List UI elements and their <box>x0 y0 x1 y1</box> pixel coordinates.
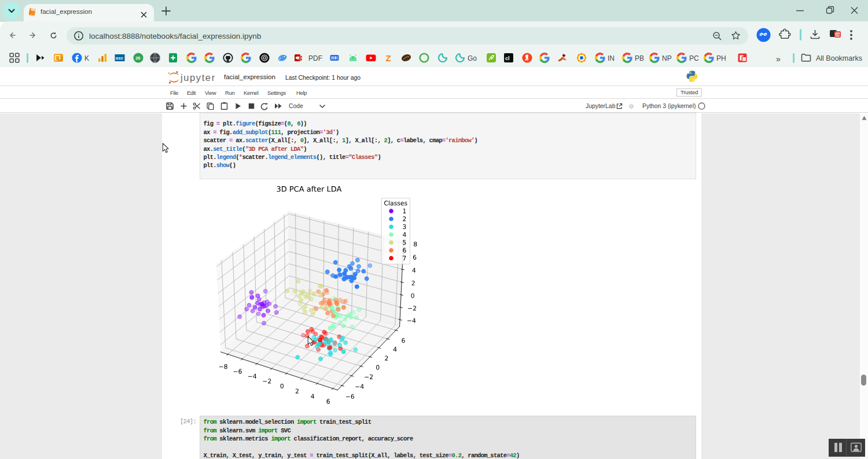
svg-text:Z: Z <box>386 53 391 63</box>
svg-text:IEEE: IEEE <box>116 57 123 60</box>
svg-text:cl: cl <box>505 55 510 61</box>
svg-text:DM: DM <box>836 33 841 36</box>
svg-text:20: 20 <box>135 55 140 61</box>
